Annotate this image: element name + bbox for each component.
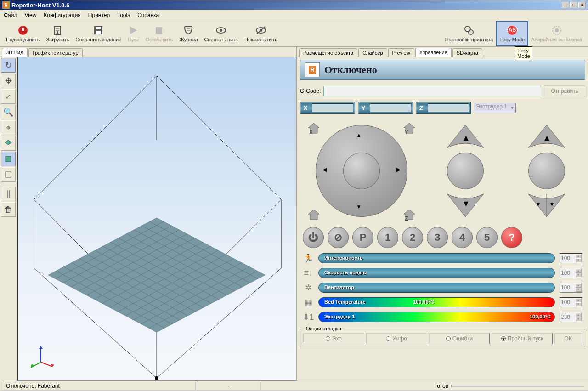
jog-x-plus[interactable]: ▶: [396, 166, 401, 173]
speed-value-input[interactable]: 100▲▼: [560, 253, 582, 263]
play-button[interactable]: Пуск: [124, 21, 142, 46]
jog-y-plus[interactable]: ▲: [356, 132, 362, 138]
move-view-icon[interactable]: ✥: [1, 74, 16, 88]
debug-ok-button[interactable]: OK: [554, 333, 582, 344]
fit-icon[interactable]: ⌖: [1, 120, 16, 135]
connect-button[interactable]: Подсоединить: [3, 21, 43, 46]
jog-x-minus[interactable]: ◀: [322, 166, 327, 173]
flow-icon: ≡↓: [303, 267, 314, 278]
jog-y-minus[interactable]: ▼: [356, 204, 362, 210]
speed-icon: 🏃: [303, 253, 314, 264]
iso-view-icon[interactable]: [1, 167, 16, 182]
park-button[interactable]: P: [352, 227, 373, 248]
flow-slider[interactable]: Скорость подачи: [318, 268, 555, 278]
fan-slider[interactable]: Вентилятор: [318, 283, 555, 293]
bed-value-input[interactable]: 100▲▼: [560, 297, 582, 307]
script-2-button[interactable]: 2: [402, 227, 423, 248]
script-3-button[interactable]: 3: [427, 227, 448, 248]
minimize-button[interactable]: _: [562, 2, 569, 8]
show-path-button[interactable]: Показать путь: [241, 21, 281, 46]
extruder-select[interactable]: Экструдер 1: [474, 103, 516, 113]
svg-point-17: [465, 26, 470, 32]
tab-object-placement[interactable]: Размещение объекта: [299, 48, 357, 57]
home-z-icon[interactable]: Z: [402, 207, 417, 221]
hide-filament-button[interactable]: Спрятать нить: [201, 21, 241, 46]
ext-value-input[interactable]: 230▲▼: [560, 312, 582, 322]
fan-value-input[interactable]: 100▲▼: [560, 283, 582, 293]
trash-icon[interactable]: 🗑: [1, 202, 16, 217]
debug-dryrun-button[interactable]: Пробный пуск: [492, 333, 553, 344]
tab-temperature-curve[interactable]: График температур: [28, 48, 83, 57]
help-button[interactable]: ?: [501, 227, 522, 248]
close-button[interactable]: ✕: [578, 2, 586, 8]
debug-echo-button[interactable]: Эхо: [303, 333, 364, 344]
flow-value-input[interactable]: 100▲▼: [560, 268, 582, 278]
status-extra: [451, 385, 584, 387]
tab-preview[interactable]: Preview: [388, 48, 414, 57]
debug-errors-button[interactable]: Ошибки: [429, 333, 490, 344]
tab-sd-card[interactable]: SD-карта: [452, 48, 482, 57]
menu-config[interactable]: Конфигурация: [44, 12, 81, 18]
svg-text:Z: Z: [405, 215, 408, 221]
maximize-button[interactable]: □: [570, 2, 577, 8]
fan-icon: ✲: [303, 282, 314, 293]
svg-text:Y: Y: [405, 129, 408, 135]
log-button[interactable]: Журнал: [176, 21, 201, 46]
connection-status-text: Отключено: [324, 64, 377, 76]
printer-settings-button[interactable]: Настройки принтера: [442, 21, 497, 46]
front-view-icon[interactable]: [1, 152, 16, 166]
slider-row-flow: ≡↓Скорость подачи100▲▼: [303, 266, 582, 279]
rotate-view-icon[interactable]: ↻: [1, 58, 16, 73]
slider-row-fan: ✲Вентилятор100▲▼: [303, 281, 582, 294]
parallel-lines-icon[interactable]: ∥: [1, 187, 16, 201]
ext-slider[interactable]: Экструдер 1100,00°C: [318, 312, 555, 322]
gcode-send-button[interactable]: Отправить: [544, 85, 585, 96]
tab-slicer[interactable]: Слайсер: [358, 48, 387, 57]
speed-slider[interactable]: Интенсивность: [318, 253, 555, 263]
ext-icon: ⬇1: [303, 312, 314, 323]
svg-text:X: X: [309, 129, 313, 135]
svg-point-0: [18, 26, 28, 35]
jog-e-minus-b[interactable]: ▾: [550, 200, 554, 208]
3d-viewport[interactable]: [17, 57, 296, 381]
bed-readout: 100,00°C: [413, 299, 434, 305]
save-job-button[interactable]: Сохранить задание: [73, 21, 125, 46]
jog-z-minus[interactable]: ▼: [462, 199, 470, 209]
menu-printer[interactable]: Принтер: [88, 12, 110, 18]
stop-button[interactable]: Остановить: [142, 21, 176, 46]
jog-z-plus[interactable]: ▲: [462, 133, 470, 143]
motor-off-button[interactable]: ⊘: [328, 227, 349, 248]
zoom-icon[interactable]: 🔍: [1, 105, 16, 119]
tab-manual-control[interactable]: Управление: [415, 48, 452, 57]
tab-3d-view[interactable]: 3D-Вид: [2, 48, 28, 57]
script-1-button[interactable]: 1: [377, 227, 398, 248]
home-all-icon[interactable]: [306, 207, 321, 221]
script-4-button[interactable]: 4: [452, 227, 473, 248]
jog-e-center[interactable]: [528, 153, 565, 189]
right-pane: Размещение объекта Слайсер Preview Управ…: [297, 47, 588, 381]
top-view-icon[interactable]: [1, 136, 16, 151]
debug-info-button[interactable]: Инфо: [366, 333, 427, 344]
status-bar: Отключено: Faberant - Готов: [0, 381, 588, 390]
jog-e-minus-a[interactable]: ▾: [537, 200, 540, 208]
jog-z-center[interactable]: [447, 153, 484, 189]
menu-tools[interactable]: Tools: [117, 12, 130, 18]
menu-file[interactable]: Файл: [4, 12, 17, 18]
move-object-icon[interactable]: ⤢: [1, 89, 16, 104]
jog-e-plus[interactable]: ▲: [543, 133, 551, 143]
menu-help[interactable]: Справка: [137, 12, 159, 18]
bed-slider[interactable]: Bed Temperature100,00°C: [318, 297, 555, 307]
menu-view[interactable]: View: [25, 12, 37, 18]
script-5-button[interactable]: 5: [476, 227, 498, 248]
power-button[interactable]: ⏻: [303, 227, 324, 248]
svg-point-13: [220, 29, 222, 32]
emergency-stop-button[interactable]: Аварийная остановка: [528, 21, 585, 46]
easy-mode-button[interactable]: EASYEasy Mode Easy Mode: [496, 21, 528, 46]
gcode-input[interactable]: [323, 86, 541, 96]
view-toolbar: ↻ ✥ ⤢ 🔍 ⌖ ∥ 🗑: [0, 57, 17, 381]
jog-center-button[interactable]: [343, 153, 380, 189]
home-x-icon[interactable]: X: [306, 120, 321, 135]
load-button[interactable]: Загрузить: [43, 21, 72, 46]
debug-group-title: Опции отладки: [304, 326, 343, 331]
home-y-icon[interactable]: Y: [402, 120, 417, 135]
